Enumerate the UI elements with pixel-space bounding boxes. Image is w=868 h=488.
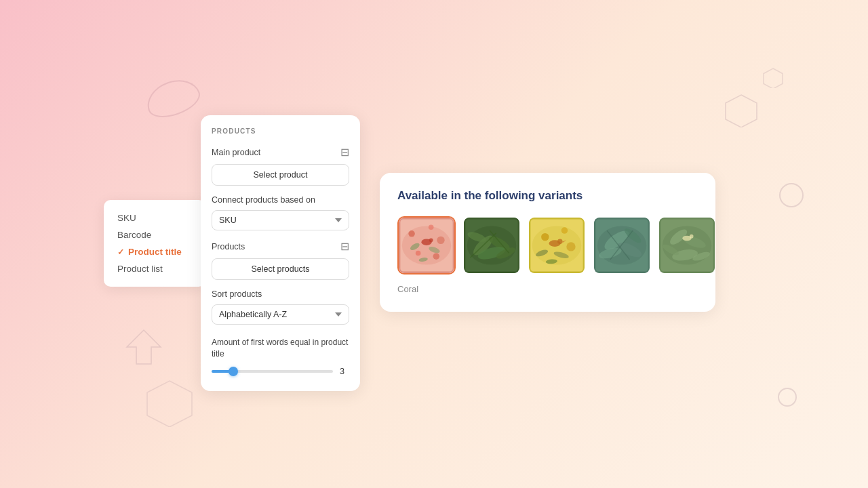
variants-title: Available in the following variants [397,189,698,203]
variant-thumb-inner-multi [659,218,715,273]
sidebar-item-sku[interactable]: SKU [117,209,192,226]
variants-panel: Available in the following variants [380,173,715,312]
variant-thumb-inner-dark-green [464,218,519,273]
variants-grid [397,216,698,274]
svg-point-18 [467,226,516,264]
svg-point-33 [557,239,563,244]
sidebar-item-product-list[interactable]: Product list [117,260,192,277]
stack-icon-products: ⊟ [340,240,349,253]
side-menu: SKU Barcode ✓ Product title Product list [104,200,205,287]
deco-circle2 [778,388,797,407]
panel-title: PRODUCTS [212,127,349,135]
svg-marker-3 [147,381,192,427]
svg-point-29 [541,233,549,241]
variant-thumb-inner-yellow [529,218,585,273]
svg-point-8 [437,237,444,244]
svg-marker-0 [726,95,757,127]
sort-dropdown[interactable]: Alphabetically A-Z Alphabetically Z-A Pr… [212,304,349,325]
slider-row: 3 [212,367,349,376]
svg-point-10 [433,253,440,260]
sidebar-item-barcode[interactable]: Barcode [117,226,192,243]
deco-hex2 [763,68,783,88]
connect-dropdown[interactable]: SKU Barcode Product title Product list [212,210,349,230]
variant-thumb-multi[interactable] [658,216,716,274]
deco-hex1 [724,94,758,127]
svg-point-30 [561,227,568,234]
slider-label: Amount of first words equal in product t… [212,337,349,360]
products-panel: PRODUCTS Main product ⊟ Select product C… [201,115,360,391]
variant-thumb-inner-teal [594,218,650,273]
deco-squiggle [142,73,204,123]
variant-thumb-coral[interactable] [397,216,456,274]
variant-thumb-teal[interactable] [593,216,651,274]
deco-arrow [125,329,163,366]
svg-point-9 [416,251,421,256]
variant-thumb-dark-green[interactable] [462,216,521,274]
svg-point-31 [566,242,575,251]
slider-value: 3 [340,367,349,376]
deco-hexgon-bottom [146,380,193,427]
products-label: Products ⊟ [212,240,349,253]
svg-point-7 [429,224,434,230]
svg-marker-2 [127,330,161,364]
variant-thumb-inner-coral [399,218,454,273]
slider-container: Amount of first words equal in product t… [212,337,349,376]
svg-point-56 [690,235,694,239]
variant-thumb-yellow[interactable] [528,216,586,274]
select-product-button[interactable]: Select product [212,164,349,186]
stack-icon-main: ⊟ [340,146,349,159]
slider-thumb[interactable] [229,367,238,376]
deco-circle1 [779,183,804,207]
svg-point-6 [408,230,415,237]
slider-track[interactable] [212,370,333,373]
sidebar-item-product-title[interactable]: ✓ Product title [117,243,192,260]
main-product-label: Main product ⊟ [212,146,349,159]
select-products-button[interactable]: Select products [212,258,349,280]
selected-variant-label: Coral [397,284,698,294]
svg-marker-1 [764,68,783,88]
sort-label: Sort products [212,289,349,299]
connect-label: Connect products based on [212,195,349,205]
svg-point-12 [429,239,433,243]
check-icon: ✓ [117,247,124,257]
